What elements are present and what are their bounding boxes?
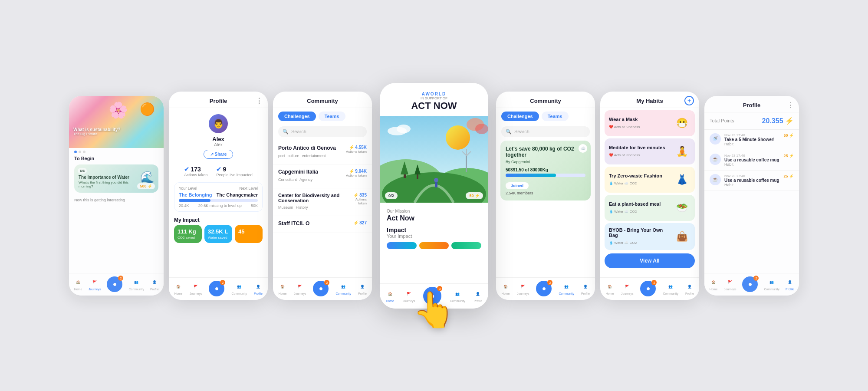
phone1-nav-community[interactable]: 👥 Community xyxy=(129,278,144,291)
phone-center: AWORLD IN SUPPORT OF ACT NOW xyxy=(380,83,488,309)
phone1-nav-center[interactable]: ● 2 xyxy=(107,276,122,292)
phone2-nav-home[interactable]: 🏠 Home xyxy=(174,283,183,295)
community-icon6: 👥 xyxy=(767,278,776,287)
phone1-nav-home[interactable]: 🏠 Home xyxy=(74,278,82,291)
meal-icon: 🥗 xyxy=(673,199,690,217)
phone4-title: Community xyxy=(530,98,561,104)
phone5-habit-2[interactable]: Try Zero-waste Fashion 💧 Water ☁️ CO2 👗 xyxy=(605,167,695,193)
fashion-icon: 👗 xyxy=(673,171,690,188)
phone6-nav-community[interactable]: 👥 Community xyxy=(764,278,779,291)
phone2-title: Profile xyxy=(210,98,227,104)
phone3-tabs[interactable]: Challenges Teams xyxy=(273,108,372,125)
phone6-avatar-1: ☕ xyxy=(710,154,721,165)
phone6-total-points: Total Points 20.355 ⚡ xyxy=(704,112,799,130)
phone5-habit-0[interactable]: Wear a Mask ❤️ Acts of Kindness 😷 xyxy=(605,110,695,136)
center-progress-badge: 0/2 xyxy=(385,192,398,199)
phone6-activity-0[interactable]: 🚿 Nov 23 17:46 Take a 5 Minute Shower! H… xyxy=(704,130,799,150)
profile-icon: 👤 xyxy=(150,278,159,287)
phone5-habit-3[interactable]: Eat a plant-based meal 💧 Water ☁️ CO2 🥗 xyxy=(605,195,695,221)
phone6-activity-1[interactable]: ☕ Nov 23 17:46 Use a reusable coffee mug… xyxy=(704,150,799,171)
phone6-nav-profile[interactable]: 👤 Profile xyxy=(786,278,794,291)
phone-2-profile: Profile ⋮ 👨 Alex Alex ↗ Share ✔173 Actio… xyxy=(169,92,268,300)
phone1-bottom-text: Now this is getting interesting xyxy=(69,194,164,206)
phone3-bottom-nav: 🏠 Home 🚩 Journeys ● 2 👥 Community xyxy=(273,277,372,300)
phone2-avatar: 👨 xyxy=(209,114,228,133)
phone4-nav-journeys[interactable]: 🚩 Journeys xyxy=(517,283,529,295)
center-score-badge: 50 ⚡ xyxy=(466,192,483,199)
phone3-item-3[interactable]: Staff ITCIL O ⚡ 827 xyxy=(273,216,372,233)
phone2-level-val: The Belonging xyxy=(179,192,212,197)
phone4-challenge-card[interactable]: ☁️ Let's save 80,000 kg of CO2 together … xyxy=(500,141,591,200)
phone5-nav-journeys[interactable]: 🚩 Journeys xyxy=(621,283,633,295)
home-icon4: 🏠 xyxy=(501,283,510,291)
search-icon4: 🔍 xyxy=(506,129,512,135)
phone-center-nav-profile[interactable]: 👤 Profile xyxy=(473,290,482,302)
phone1-points: 500 ⚡ xyxy=(137,183,155,189)
phone-center-nav-home[interactable]: 🏠 Home xyxy=(386,290,395,302)
phone5-view-all-btn[interactable]: View All xyxy=(605,253,695,268)
phone2-share-btn[interactable]: ↗ Share xyxy=(204,150,233,159)
phone4-nav-community[interactable]: 👥 Community xyxy=(559,283,574,295)
phone6-menu-dots[interactable]: ⋮ xyxy=(787,101,794,109)
phone2-nav-center[interactable]: ● 2 xyxy=(209,281,224,296)
phone2-level-section: Your Level Next Level The Belonging The … xyxy=(174,182,263,212)
phone4-joined-btn[interactable]: Joined xyxy=(506,182,529,189)
phone-5-habits: My Habits + Wear a Mask ❤️ Acts of Kindn… xyxy=(600,92,699,300)
meditate-icon: 🧘 xyxy=(673,143,690,160)
phone3-item-0[interactable]: Porto Antico di Genova ⚡ 4.55K Actions t… xyxy=(273,141,372,164)
phone3-search[interactable]: 🔍 Search xyxy=(278,126,367,137)
bag-icon: 👜 xyxy=(673,228,690,245)
phone-center-illustration: 50 ⚡ 0/2 xyxy=(380,116,488,203)
phone3-nav-community[interactable]: 👥 Community xyxy=(336,283,351,295)
phone6-nav-journeys[interactable]: 🚩 Journeys xyxy=(724,278,736,291)
phone4-search[interactable]: 🔍 Search xyxy=(501,126,590,137)
phone3-tab-teams[interactable]: Teams xyxy=(319,112,345,121)
phone4-tab-challenges[interactable]: Challenges xyxy=(501,112,539,121)
profile-icon4: 👤 xyxy=(581,283,590,291)
phone2-menu-dots[interactable]: ⋮ xyxy=(256,97,263,105)
phone5-habit-4[interactable]: BYOB - Bring Your Own Bag 💧 Water ☁️ CO2… xyxy=(605,223,695,250)
scene: 🌸 🟠 What is sustainability? The Big Pict… xyxy=(0,0,868,391)
phone1-hero-sub: The Big Picture xyxy=(73,132,120,136)
phone3-nav-center[interactable]: ● 2 xyxy=(313,281,329,296)
phone2-nav-journeys[interactable]: 🚩 Journeys xyxy=(190,283,202,295)
phone6-bottom-nav: 🏠 Home 🚩 Journeys ● 2 👥 Community xyxy=(704,273,799,296)
phone6-nav-center[interactable]: ● 2 xyxy=(742,276,758,292)
phone-center-impact-sub: Your Impact xyxy=(387,233,481,239)
phones-container: 🌸 🟠 What is sustainability? The Big Pict… xyxy=(66,83,802,309)
phone2-nav-community[interactable]: 👥 Community xyxy=(232,283,247,295)
phone-center-logo: AWORLD IN SUPPORT OF ACT NOW xyxy=(380,83,488,116)
phone2-other-card: 45 xyxy=(235,225,263,243)
phone5-nav-home[interactable]: 🏠 Home xyxy=(605,283,614,295)
phone3-item-1[interactable]: Capgemini Italia ⚡ 9.04K Actions taken C… xyxy=(273,164,372,188)
phone1-nav-journeys[interactable]: 🚩 Journeys xyxy=(89,278,101,291)
profile-icon3: 👤 xyxy=(358,283,367,291)
phone1-nav-profile[interactable]: 👤 Profile xyxy=(150,278,159,291)
profile-icon2: 👤 xyxy=(254,283,263,291)
phone5-nav-profile[interactable]: 👤 Profile xyxy=(685,283,694,295)
phone4-nav-profile[interactable]: 👤 Profile xyxy=(581,283,590,295)
phone2-user-name: Alex xyxy=(212,136,224,142)
phone6-activity-2[interactable]: ☕ Nov 23 17:46 Use a reusable coffee mug… xyxy=(704,171,799,191)
phone5-habit-1[interactable]: Meditate for five minutes ❤️ Acts of Kin… xyxy=(605,138,695,164)
phone6-tp-value: 20.355 ⚡ xyxy=(762,117,794,125)
phone3-nav-journeys[interactable]: 🚩 Journeys xyxy=(294,283,306,295)
phone2-nav-profile[interactable]: 👤 Profile xyxy=(254,283,263,295)
phone5-nav-community[interactable]: 👥 Community xyxy=(663,283,678,295)
phone3-tab-challenges[interactable]: Challenges xyxy=(278,112,316,121)
phone3-nav-profile[interactable]: 👤 Profile xyxy=(358,283,367,295)
phone5-nav-center[interactable]: ● 2 xyxy=(640,281,656,296)
phone3-item-2[interactable]: Center for Biodiversity and Conservation… xyxy=(273,188,372,216)
phone4-tabs[interactable]: Challenges Teams xyxy=(496,108,595,125)
phone4-tab-teams[interactable]: Teams xyxy=(542,112,569,121)
phone4-nav-center[interactable]: ● 2 xyxy=(536,281,552,296)
phone1-water-card[interactable]: 6/6 🌊 The Importance of Water What's the… xyxy=(74,164,158,193)
svg-point-18 xyxy=(475,124,488,134)
phone4-nav-home[interactable]: 🏠 Home xyxy=(501,283,510,295)
phone2-user-sub: Alex xyxy=(214,142,222,147)
community-icon5: 👥 xyxy=(666,283,675,291)
phone5-plus-btn[interactable]: + xyxy=(684,96,694,105)
hand-pointer: 👆 xyxy=(412,289,456,330)
phone3-nav-home[interactable]: 🏠 Home xyxy=(278,283,287,295)
phone6-nav-home[interactable]: 🏠 Home xyxy=(709,278,718,291)
